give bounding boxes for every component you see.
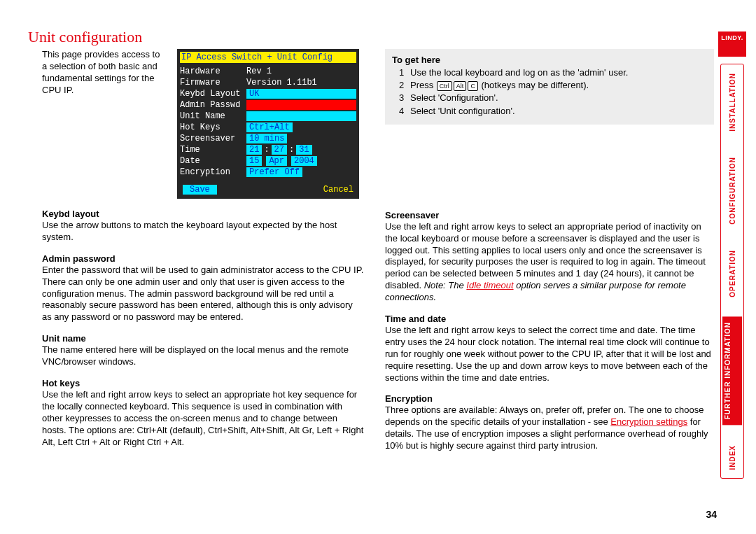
date-dd: 15 [246, 156, 262, 166]
cfg-keybd-field [262, 89, 356, 99]
to-get-here-heading: To get here [392, 55, 707, 65]
tab-operation[interactable]: OPERATION [727, 244, 738, 303]
page-title: Unit configuration [28, 28, 756, 46]
cfg-firmware-label: Firmware [180, 78, 246, 87]
cfg-unitname-label: Unit Name [180, 111, 246, 121]
date-mo: Apr [266, 156, 287, 166]
keycap-c: C [468, 81, 478, 91]
tab-installation[interactable]: INSTALLATION [727, 67, 738, 137]
cfg-date-label: Date [180, 156, 246, 166]
hot-keys-text: Use the left and right arrow keys to sel… [42, 389, 364, 448]
cfg-keybd-label: Keybd Layout [180, 89, 246, 99]
time-hh: 21 [246, 145, 262, 155]
config-screenshot: IP Access Switch + Unit Config HardwareR… [177, 49, 359, 199]
cfg-unitname-field [246, 111, 356, 121]
date-yy: 2004 [291, 156, 317, 166]
cancel-button: Cancel [323, 185, 354, 195]
admin-password-heading: Admin password [42, 253, 364, 264]
screensaver-heading: Screensaver [385, 210, 714, 220]
hot-keys-heading: Hot keys [42, 378, 364, 388]
cfg-admin-field [246, 100, 356, 110]
keybd-layout-text: Use the arrow buttons to match the keybo… [42, 220, 364, 244]
cfg-time-value: 21:27:31 [246, 145, 312, 155]
keybd-layout-heading: Keybd layout [42, 209, 364, 219]
cfg-time-label: Time [180, 145, 246, 155]
tab-further-information[interactable]: FURTHER INFORMATION [722, 316, 742, 425]
cfg-screensaver-label: Screensaver [180, 134, 246, 143]
cfg-firmware-value: Version 1.11b1 [246, 78, 356, 87]
cfg-encryption-value: Prefer Off [246, 167, 302, 177]
cfg-hardware-label: Hardware [180, 66, 246, 76]
time-ss: 31 [296, 145, 312, 155]
keycap-ctrl: Ctrl [437, 81, 452, 91]
tab-configuration[interactable]: CONFIGURATION [727, 151, 738, 230]
intro-text: This page provides access to a selection… [42, 49, 164, 199]
unit-name-heading: Unit name [42, 333, 364, 344]
keycap-alt: Alt [454, 81, 467, 91]
time-date-text: Use the left and right arrow keys to sel… [385, 325, 714, 384]
unit-name-text: The name entered here will be displayed … [42, 344, 364, 368]
cfg-encryption-label: Encryption [180, 167, 246, 177]
idle-timeout-link[interactable]: Idle timeout [466, 280, 513, 290]
lindy-logo: LINDY. [718, 31, 746, 57]
admin-password-text: Enter the password that will be used to … [42, 265, 364, 323]
encryption-settings-link[interactable]: Encryption settings [610, 416, 687, 427]
save-button: Save [183, 185, 217, 195]
cfg-keybd-value: UK [246, 89, 262, 99]
togethere-step1: Use the local keyboard and log on as the… [410, 66, 628, 79]
time-date-heading: Time and date [385, 314, 714, 324]
to-get-here-box: To get here 1Use the local keyboard and … [385, 49, 714, 125]
screensaver-text: Use the left and right arrow keys to sel… [385, 221, 714, 304]
time-mm: 27 [272, 145, 287, 155]
cfg-hotkeys-label: Hot Keys [180, 122, 246, 132]
tab-index[interactable]: INDEX [727, 440, 738, 476]
side-tabs: INSTALLATION CONFIGURATION OPERATION FUR… [720, 64, 744, 479]
cfg-screensaver-value: 10 mins [246, 134, 287, 143]
encryption-heading: Encryption [385, 393, 714, 404]
togethere-step3: Select 'Configuration'. [410, 92, 498, 104]
cfg-admin-label: Admin Passwd [180, 100, 246, 110]
cfg-date-value: 15 Apr 2004 [246, 156, 317, 166]
config-title: IP Access Switch + Unit Config [180, 52, 356, 63]
right-column: To get here 1Use the local keyboard and … [385, 49, 714, 452]
cfg-hotkeys-value: Ctrl+Alt [246, 122, 293, 132]
page-number: 34 [706, 509, 717, 520]
left-column: This page provides access to a selection… [42, 49, 364, 452]
togethere-step4: Select 'Unit configuration'. [410, 105, 515, 118]
sidebar: LINDY. INSTALLATION CONFIGURATION OPERAT… [718, 31, 746, 479]
encryption-text: Three options are available: Always on, … [385, 405, 714, 452]
cfg-hardware-value: Rev 1 [246, 66, 356, 76]
togethere-step2: Press CtrlAltC (hotkeys may be different… [410, 79, 589, 92]
